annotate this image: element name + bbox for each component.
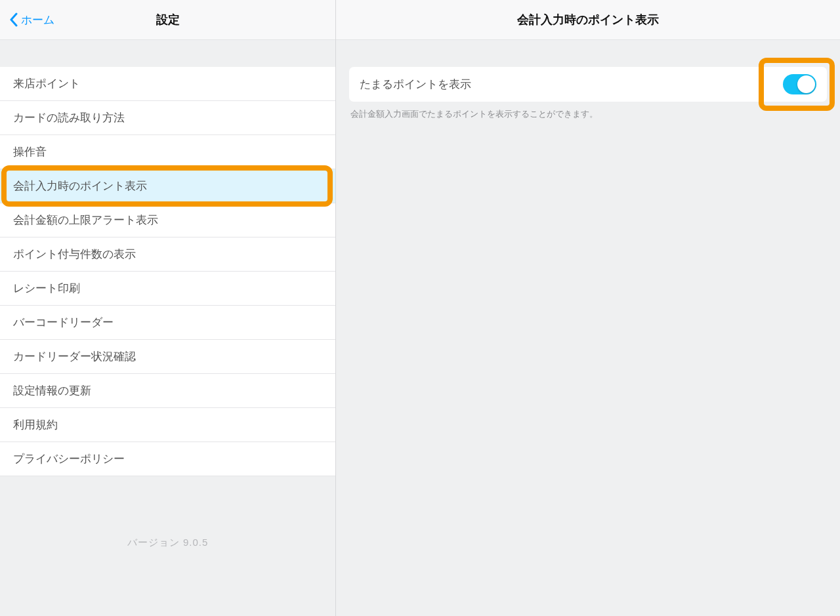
settings-item-2[interactable]: 操作音 [0, 135, 335, 169]
settings-item-label: カードリーダー状況確認 [13, 349, 136, 364]
settings-item-label: 来店ポイント [13, 76, 80, 91]
show-points-label: たまるポイントを表示 [360, 77, 471, 92]
settings-item-label: バーコードリーダー [13, 315, 114, 330]
settings-item-4[interactable]: 会計金額の上限アラート表示 [0, 203, 335, 237]
settings-item-label: 会計金額の上限アラート表示 [13, 213, 158, 228]
settings-item-label: プライバシーポリシー [13, 451, 125, 466]
settings-item-3[interactable]: 会計入力時のポイント表示 [0, 169, 335, 203]
chevron-left-icon [9, 12, 18, 27]
show-points-hint: 会計金額入力画面でたまるポイントを表示することができます。 [349, 108, 827, 120]
settings-item-label: ポイント付与件数の表示 [13, 247, 136, 262]
settings-item-label: 操作音 [13, 144, 47, 159]
version-label: バージョン 9.0.5 [0, 537, 335, 549]
settings-item-6[interactable]: レシート印刷 [0, 272, 335, 306]
settings-item-8[interactable]: カードリーダー状況確認 [0, 340, 335, 374]
settings-item-11[interactable]: プライバシーポリシー [0, 442, 335, 476]
right-content: たまるポイントを表示 会計金額入力画面でたまるポイントを表示することができます。 [336, 40, 840, 120]
settings-item-10[interactable]: 利用規約 [0, 408, 335, 442]
settings-item-5[interactable]: ポイント付与件数の表示 [0, 237, 335, 272]
back-label: ホーム [21, 12, 54, 28]
settings-item-0[interactable]: 来店ポイント [0, 67, 335, 101]
settings-item-label: カードの読み取り方法 [13, 110, 125, 125]
back-button[interactable]: ホーム [0, 12, 54, 28]
settings-sidebar: ホーム 設定 来店ポイントカードの読み取り方法操作音会計入力時のポイント表示会計… [0, 0, 336, 616]
toggle-knob [797, 75, 815, 93]
settings-item-label: 利用規約 [13, 417, 58, 432]
settings-item-label: 会計入力時のポイント表示 [13, 178, 147, 194]
left-title: 設定 [156, 12, 180, 28]
spacer [0, 40, 335, 67]
detail-pane: 会計入力時のポイント表示 たまるポイントを表示 会計金額入力画面でたまるポイント… [336, 0, 840, 616]
settings-item-1[interactable]: カードの読み取り方法 [0, 101, 335, 135]
show-points-row: たまるポイントを表示 [349, 67, 827, 102]
settings-item-7[interactable]: バーコードリーダー [0, 306, 335, 340]
right-title: 会計入力時のポイント表示 [517, 12, 659, 28]
settings-list: 来店ポイントカードの読み取り方法操作音会計入力時のポイント表示会計金額の上限アラ… [0, 67, 335, 476]
settings-item-label: レシート印刷 [13, 281, 80, 296]
left-header: ホーム 設定 [0, 0, 335, 40]
right-header: 会計入力時のポイント表示 [336, 0, 840, 40]
settings-item-9[interactable]: 設定情報の更新 [0, 374, 335, 408]
show-points-toggle[interactable] [783, 74, 816, 94]
settings-item-label: 設定情報の更新 [13, 383, 91, 398]
